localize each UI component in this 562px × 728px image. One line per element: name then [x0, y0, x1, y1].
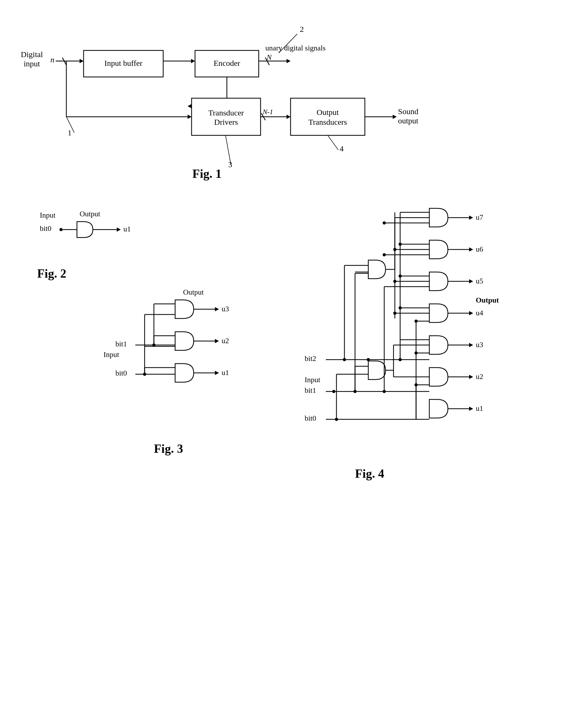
svg-text:Input: Input [305, 376, 320, 384]
fig4-diagram: u7 u6 u5 u4 Output u3 u2 u1 [291, 191, 541, 550]
svg-marker-62 [215, 371, 219, 375]
svg-text:u1: u1 [476, 404, 483, 412]
svg-marker-96 [469, 343, 473, 347]
svg-text:output: output [398, 116, 418, 125]
svg-text:2: 2 [300, 25, 304, 33]
svg-text:Sound: Sound [398, 107, 418, 116]
svg-text:1: 1 [68, 128, 72, 137]
fig3-label: Fig. 3 [154, 442, 291, 456]
svg-text:Input: Input [40, 211, 55, 219]
svg-text:N: N [266, 53, 272, 61]
svg-point-145 [393, 248, 396, 251]
svg-marker-89 [469, 279, 473, 283]
svg-point-124 [332, 390, 335, 393]
svg-point-49 [59, 228, 63, 231]
svg-text:n: n [50, 55, 54, 64]
svg-text:u2: u2 [476, 372, 483, 381]
svg-text:Fig. 4: Fig. 4 [355, 467, 384, 480]
svg-text:u4: u4 [476, 309, 483, 317]
svg-point-110 [367, 358, 370, 361]
svg-text:u1: u1 [123, 225, 131, 233]
svg-rect-32 [291, 98, 365, 135]
svg-marker-51 [117, 227, 121, 232]
svg-text:Output: Output [476, 296, 499, 304]
svg-marker-4 [80, 59, 84, 63]
svg-text:4: 4 [340, 144, 344, 153]
svg-text:bit0: bit0 [115, 369, 127, 377]
svg-text:Input buffer: Input buffer [104, 59, 142, 67]
svg-text:Output: Output [317, 108, 339, 117]
svg-line-71 [154, 336, 175, 345]
svg-text:u2: u2 [222, 337, 229, 345]
svg-marker-99 [469, 375, 473, 379]
svg-point-119 [399, 274, 402, 278]
svg-marker-59 [215, 339, 219, 343]
svg-text:Transducers: Transducers [308, 118, 347, 126]
svg-marker-16 [287, 59, 291, 63]
svg-marker-86 [469, 247, 473, 252]
svg-line-44 [328, 135, 338, 150]
svg-text:bit2: bit2 [305, 354, 316, 363]
svg-text:Fig. 1: Fig. 1 [192, 167, 222, 180]
svg-point-138 [383, 221, 386, 225]
svg-marker-21 [188, 104, 192, 108]
svg-marker-102 [469, 407, 473, 411]
svg-point-147 [393, 280, 396, 283]
svg-text:bit1: bit1 [115, 340, 127, 348]
svg-marker-9 [191, 59, 195, 63]
svg-marker-29 [287, 115, 291, 119]
svg-text:bit1: bit1 [305, 386, 316, 394]
svg-marker-36 [393, 115, 397, 119]
svg-point-136 [383, 253, 386, 256]
svg-text:Digital: Digital [21, 50, 43, 59]
svg-text:Transducer: Transducer [208, 108, 244, 117]
svg-text:Output: Output [183, 288, 204, 296]
svg-text:input: input [24, 59, 40, 68]
fig2-diagram: Input bit0 Output u1 [37, 191, 291, 276]
svg-text:Input: Input [103, 350, 119, 359]
svg-text:N-1: N-1 [262, 108, 273, 116]
svg-marker-24 [188, 115, 192, 119]
svg-marker-83 [469, 216, 473, 220]
svg-text:u3: u3 [476, 341, 483, 349]
svg-text:unary digital signals: unary digital signals [265, 44, 326, 52]
svg-text:u6: u6 [476, 245, 483, 253]
svg-marker-92 [469, 311, 473, 315]
svg-text:Encoder: Encoder [214, 59, 240, 67]
fig3-diagram: Output u3 u2 [101, 287, 291, 451]
svg-text:bit0: bit0 [305, 414, 316, 422]
svg-text:Drivers: Drivers [214, 118, 238, 126]
svg-text:u3: u3 [222, 305, 229, 313]
fig2-label: Fig. 2 [37, 266, 291, 281]
svg-point-117 [399, 243, 402, 246]
svg-text:u7: u7 [476, 213, 483, 221]
fig1-diagram: Digital input n Input buffer Encoder 2 u… [21, 16, 541, 180]
svg-text:u1: u1 [222, 368, 229, 377]
svg-marker-56 [215, 307, 219, 311]
svg-text:bit0: bit0 [40, 224, 51, 232]
svg-text:Output: Output [80, 210, 100, 218]
svg-point-149 [393, 312, 396, 315]
svg-point-121 [399, 306, 402, 309]
svg-text:u5: u5 [476, 277, 483, 285]
